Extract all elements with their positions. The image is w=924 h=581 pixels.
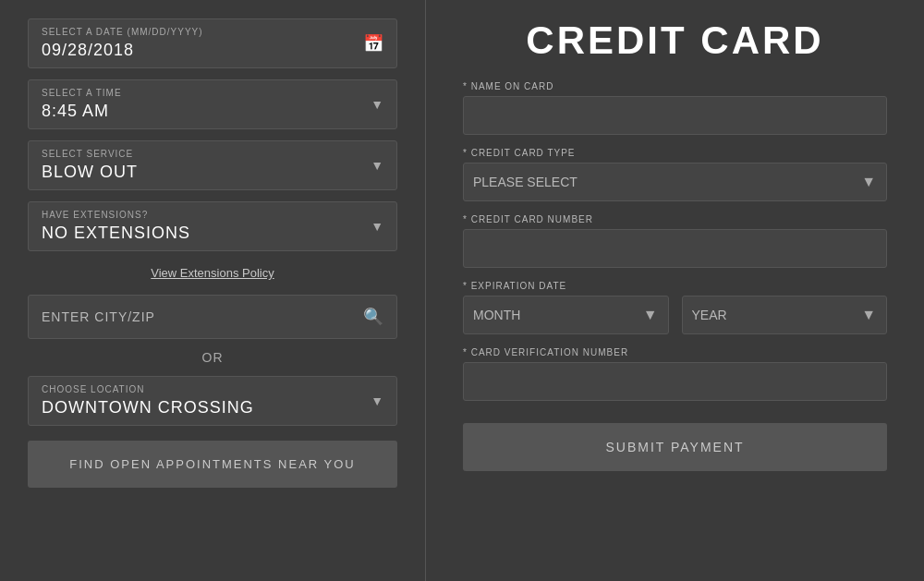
view-extensions-link[interactable]: View Extensions Policy bbox=[28, 262, 397, 284]
expiry-field: * EXPIRATION DATE MONTH 01 02 03 04 05 0… bbox=[463, 281, 887, 334]
card-number-input[interactable] bbox=[463, 229, 887, 268]
time-field[interactable]: SELECT A TIME 8:45 AM ▼ bbox=[28, 79, 397, 129]
card-number-label: * CREDIT CARD NUMBER bbox=[463, 214, 887, 224]
card-type-field: * CREDIT CARD TYPE PLEASE SELECT VISA MA… bbox=[463, 148, 887, 201]
name-on-card-field: * NAME ON CARD bbox=[463, 81, 887, 135]
or-divider: OR bbox=[28, 350, 397, 365]
service-dropdown-arrow: ▼ bbox=[371, 158, 383, 173]
year-select[interactable]: YEAR 2018 2019 2020 2021 2022 2023 2024 … bbox=[682, 296, 888, 334]
location-label: CHOOSE LOCATION bbox=[42, 384, 383, 394]
search-input[interactable] bbox=[42, 309, 363, 324]
search-group[interactable]: 🔍 bbox=[28, 295, 397, 339]
extensions-label: HAVE EXTENSIONS? bbox=[42, 210, 383, 220]
date-value: 09/28/2018 bbox=[42, 41, 383, 60]
card-number-field: * CREDIT CARD NUMBER bbox=[463, 214, 887, 268]
find-appointments-button[interactable]: FIND OPEN APPOINTMENTS NEAR YOU bbox=[28, 441, 397, 488]
month-select-wrapper: MONTH 01 02 03 04 05 06 07 08 09 10 11 1… bbox=[463, 296, 669, 334]
time-value: 8:45 AM bbox=[42, 102, 383, 121]
cvv-label: * CARD VERIFICATION NUMBER bbox=[463, 347, 887, 357]
right-panel: CREDIT CARD * NAME ON CARD * CREDIT CARD… bbox=[425, 0, 924, 581]
location-dropdown-arrow: ▼ bbox=[371, 393, 383, 408]
expiry-row: MONTH 01 02 03 04 05 06 07 08 09 10 11 1… bbox=[463, 296, 887, 334]
location-value: DOWNTOWN CROSSING bbox=[42, 398, 383, 418]
month-select[interactable]: MONTH 01 02 03 04 05 06 07 08 09 10 11 1… bbox=[463, 296, 669, 334]
year-select-wrapper: YEAR 2018 2019 2020 2021 2022 2023 2024 … bbox=[682, 296, 888, 334]
card-type-select[interactable]: PLEASE SELECT VISA MASTERCARD AMEX DISCO… bbox=[463, 163, 887, 201]
extensions-dropdown-arrow: ▼ bbox=[371, 219, 383, 234]
cvv-field: * CARD VERIFICATION NUMBER bbox=[463, 347, 887, 401]
expiry-label: * EXPIRATION DATE bbox=[463, 281, 887, 291]
card-type-select-wrapper: PLEASE SELECT VISA MASTERCARD AMEX DISCO… bbox=[463, 163, 887, 201]
extensions-field[interactable]: HAVE EXTENSIONS? NO EXTENSIONS ▼ bbox=[28, 201, 397, 251]
date-label: SELECT A DATE (MM/DD/YYYY) bbox=[42, 27, 383, 37]
name-on-card-input[interactable] bbox=[463, 96, 887, 135]
calendar-icon[interactable]: 📅 bbox=[363, 33, 383, 54]
service-label: SELECT SERVICE bbox=[42, 149, 383, 159]
time-label: SELECT A TIME bbox=[42, 88, 383, 98]
time-dropdown-arrow: ▼ bbox=[371, 97, 383, 112]
cvv-input[interactable] bbox=[463, 362, 887, 401]
date-field[interactable]: SELECT A DATE (MM/DD/YYYY) 09/28/2018 📅 bbox=[28, 18, 397, 68]
left-panel: SELECT A DATE (MM/DD/YYYY) 09/28/2018 📅 … bbox=[0, 0, 425, 581]
service-field[interactable]: SELECT SERVICE BLOW OUT ▼ bbox=[28, 140, 397, 190]
extensions-value: NO EXTENSIONS bbox=[42, 224, 383, 243]
name-on-card-label: * NAME ON CARD bbox=[463, 81, 887, 91]
service-value: BLOW OUT bbox=[42, 163, 383, 182]
credit-card-title: CREDIT CARD bbox=[463, 18, 887, 63]
search-icon[interactable]: 🔍 bbox=[363, 307, 383, 327]
card-type-label: * CREDIT CARD TYPE bbox=[463, 148, 887, 158]
submit-payment-button[interactable]: SUBMIT PAYMENT bbox=[463, 423, 887, 471]
location-field[interactable]: CHOOSE LOCATION DOWNTOWN CROSSING ▼ bbox=[28, 376, 397, 426]
